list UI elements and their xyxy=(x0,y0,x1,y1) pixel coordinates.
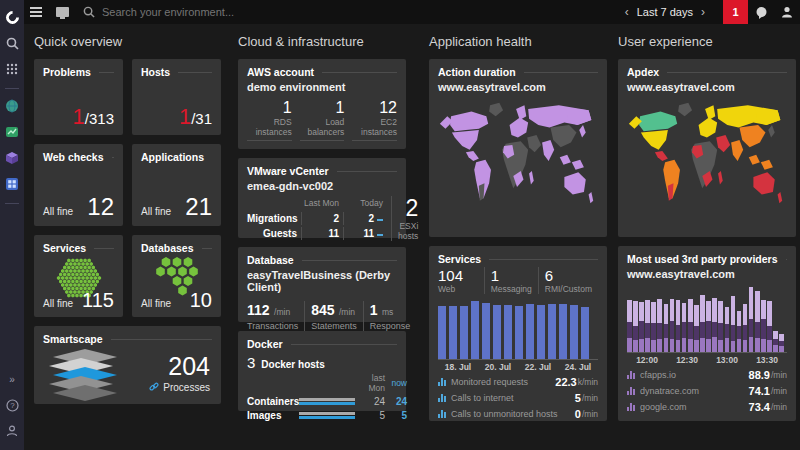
metric-row[interactable]: Calls to unmonitored hosts0/min xyxy=(438,408,598,420)
tile-smartscape[interactable]: Smartscape 204 Processes xyxy=(34,326,221,404)
chevron-left-icon[interactable]: ‹ xyxy=(617,0,637,24)
requests-bar-chart xyxy=(438,300,598,360)
apps-grid-icon[interactable] xyxy=(0,57,24,81)
world-map-action-duration xyxy=(438,99,596,223)
x-tick-label: 13:00 xyxy=(716,355,738,365)
section-title-application-health: Application health xyxy=(429,34,607,49)
tile-hosts[interactable]: Hosts 1/31 xyxy=(132,59,221,135)
tile-database[interactable]: Database easyTravelBusiness (Derby Clien… xyxy=(238,247,406,322)
metric-row[interactable]: Monitored requests22.3k/min xyxy=(438,376,598,388)
metric-label: Monitored requests xyxy=(451,377,555,387)
tile-services[interactable]: Services All fine115 xyxy=(34,235,123,317)
databases-value: 10 xyxy=(190,289,212,312)
database-name: easyTravelBusiness (Derby Client) xyxy=(247,269,397,293)
hamburger-menu-icon[interactable] xyxy=(30,7,42,17)
x-tick-label: 18. Jul xyxy=(445,362,471,372)
aws-stat-rds: 1RDSinstances xyxy=(247,99,292,141)
docker-bar-images xyxy=(299,412,355,419)
tile-title: Web checks xyxy=(43,151,104,163)
metric-row[interactable]: Calls to internet5/min xyxy=(438,392,598,404)
metric-value: 88.9 xyxy=(749,369,770,381)
docker-bar-containers xyxy=(299,398,355,405)
tile-problems[interactable]: Problems 1/313 xyxy=(34,59,123,135)
metric-label: google.com xyxy=(640,402,749,412)
tile-title: Services xyxy=(438,253,481,265)
tile-title: Databases xyxy=(141,242,194,254)
section-title-cloud-infrastructure: Cloud & infrastructure xyxy=(238,34,406,49)
x-tick-label: 20. Jul xyxy=(485,362,511,372)
metric-row[interactable]: dynatrace.com74.1/min xyxy=(627,385,787,397)
tile-title: Hosts xyxy=(141,66,170,78)
mini-chart-icon xyxy=(627,371,635,379)
chevron-right-icon[interactable]: › xyxy=(693,0,713,24)
tile-title: AWS account xyxy=(247,66,314,78)
mini-chart-icon xyxy=(438,410,446,418)
aws-stat-ec2: 12EC2instances xyxy=(352,99,397,141)
monitor-icon[interactable] xyxy=(56,7,69,17)
tile-services-chart[interactable]: Services 104Web 1Messaging 6RMI/Custom 1… xyxy=(429,246,607,421)
expand-icon[interactable]: » xyxy=(0,367,24,391)
smartscape-cube-icon[interactable] xyxy=(0,146,24,170)
x-tick-label: 13:30 xyxy=(756,355,778,365)
link-icon xyxy=(149,382,159,392)
timeframe-selector[interactable]: Last 7 days xyxy=(637,6,693,18)
docker-table: last Monnow Containers 24 24 Images 5 5 xyxy=(247,373,397,421)
metric-value: 22.3 xyxy=(555,376,576,388)
problems-value: 1/313 xyxy=(73,104,114,130)
stat-web: 104Web xyxy=(438,267,484,294)
tile-action-duration[interactable]: Action duration www.easytravel.com xyxy=(429,59,607,237)
search-icon[interactable] xyxy=(83,6,95,18)
search-input[interactable] xyxy=(102,6,322,18)
chat-icon[interactable] xyxy=(748,0,774,24)
metric-label: cfapps.io xyxy=(640,370,749,380)
user-icon[interactable] xyxy=(774,0,800,24)
globe-icon[interactable] xyxy=(0,94,24,118)
providers-stacked-bar-chart xyxy=(627,285,787,353)
help-icon[interactable]: ? xyxy=(0,393,24,417)
metric-row[interactable]: google.com73.4/min xyxy=(627,401,787,413)
tile-title: Services xyxy=(43,242,86,254)
smartscape-layers-graphic xyxy=(43,345,123,401)
dynatrace-logo[interactable] xyxy=(0,5,24,29)
provider-rows: cfapps.io88.9/mindynatrace.com74.1/mingo… xyxy=(627,369,787,413)
x-tick-label: 12:00 xyxy=(636,355,658,365)
tile-title: Apdex xyxy=(627,66,659,78)
metric-label: Calls to unmonitored hosts xyxy=(451,409,575,419)
tile-aws-account[interactable]: AWS account demo environment 1RDSinstanc… xyxy=(238,59,406,149)
stat-rmi-custom: 6RMI/Custom xyxy=(538,267,598,294)
sidebar-divider xyxy=(5,88,19,89)
tile-3rd-party-providers[interactable]: Most used 3rd party providers www.easytr… xyxy=(618,246,796,421)
services-value: 115 xyxy=(82,289,114,312)
search-icon[interactable] xyxy=(0,31,24,55)
tile-apdex[interactable]: Apdex www.easytravel.com xyxy=(618,59,796,237)
metric-unit: /min xyxy=(582,409,598,419)
tile-databases[interactable]: Databases All fine10 xyxy=(132,235,221,317)
mini-chart-icon xyxy=(438,394,446,402)
tile-vmware-vcenter[interactable]: VMware vCenter emea-gdn-vc002 Last MonTo… xyxy=(238,158,406,238)
tile-applications[interactable]: Applications All fine21 xyxy=(132,144,221,226)
metric-value: 0 xyxy=(575,408,581,420)
requests-metric-rows: Monitored requests22.3k/minCalls to inte… xyxy=(438,376,598,420)
tile-web-checks[interactable]: Web checks All fine12 xyxy=(34,144,123,226)
x-tick-label: 12:30 xyxy=(676,355,698,365)
tile-title: Docker xyxy=(247,338,283,350)
hosts-grid-icon[interactable] xyxy=(0,172,24,196)
metric-row[interactable]: cfapps.io88.9/min xyxy=(627,369,787,381)
tile-title: VMware vCenter xyxy=(247,165,329,177)
tile-title: Action duration xyxy=(438,66,516,78)
sidebar: » ? xyxy=(0,0,24,450)
user-profile-icon[interactable] xyxy=(0,419,24,443)
metric-label: Calls to internet xyxy=(451,393,575,403)
metric-value: 73.4 xyxy=(749,401,770,413)
tile-docker[interactable]: Docker 3Docker hosts last Monnow Contain… xyxy=(238,331,406,411)
mini-chart-icon xyxy=(627,403,635,411)
tile-title: Database xyxy=(247,254,294,266)
metric-unit: /min xyxy=(582,393,598,403)
docker-hosts-label: Docker hosts xyxy=(261,359,324,370)
applications-value: 21 xyxy=(185,193,212,221)
problems-badge[interactable]: 1 xyxy=(723,0,748,24)
application-name: www.easytravel.com xyxy=(438,81,598,93)
application-name: www.easytravel.com xyxy=(627,268,787,280)
metric-unit: /min xyxy=(771,402,787,412)
synthetic-icon[interactable] xyxy=(0,120,24,144)
